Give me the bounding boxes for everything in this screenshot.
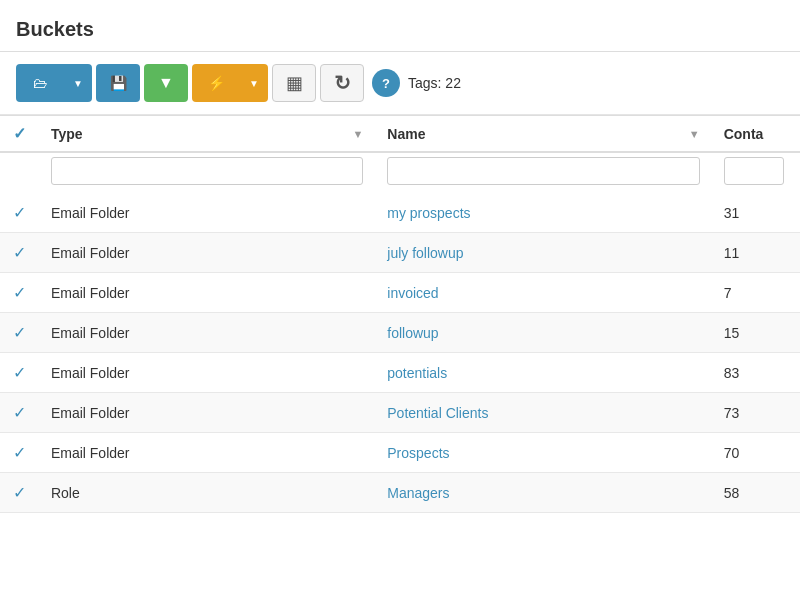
bucket-name-link[interactable]: july followup [387,245,463,261]
filter-row [0,152,800,193]
type-sort-icon[interactable]: ▼ [352,128,363,140]
folder-button[interactable]: 🗁 [16,64,64,102]
check-icon: ✓ [13,364,26,381]
bucket-name-link[interactable]: Managers [387,485,449,501]
row-type: Role [39,473,375,513]
buckets-table: ✓ Type ▼ Name ▼ Conta [0,115,800,513]
action-dropdown-button[interactable]: ▼ [240,64,268,102]
filter-type-cell [39,152,375,193]
col-type: Type ▼ [39,116,375,153]
row-name: Managers [375,473,711,513]
row-check: ✓ [0,473,39,513]
action-caret-icon: ▼ [249,78,259,89]
buckets-table-container: ✓ Type ▼ Name ▼ Conta [0,115,800,513]
caret-down-icon: ▼ [73,78,83,89]
row-contacts: 70 [712,433,800,473]
bucket-name-link[interactable]: followup [387,325,438,341]
bucket-name-link[interactable]: potentials [387,365,447,381]
row-type: Email Folder [39,273,375,313]
table-row: ✓Email Folderinvoiced7 [0,273,800,313]
row-type: Email Folder [39,233,375,273]
page-header: Buckets [0,0,800,52]
table-row: ✓Email Folderfollowup15 [0,313,800,353]
action-button-group: ⚡ ▼ [192,64,268,102]
row-name: potentials [375,353,711,393]
folder-button-group: 🗁 ▼ [16,64,92,102]
check-icon: ✓ [13,244,26,261]
name-filter-input[interactable] [387,157,699,185]
contacts-filter-input[interactable] [724,157,784,185]
type-col-label: Type [51,126,83,142]
row-type: Email Folder [39,353,375,393]
row-type: Email Folder [39,313,375,353]
row-contacts: 11 [712,233,800,273]
row-check: ✓ [0,433,39,473]
name-sort-icon[interactable]: ▼ [689,128,700,140]
row-name: followup [375,313,711,353]
row-contacts: 31 [712,193,800,233]
help-icon: ? [382,76,390,91]
check-header-icon: ✓ [13,125,26,142]
row-name: my prospects [375,193,711,233]
row-check: ✓ [0,193,39,233]
row-type: Email Folder [39,393,375,433]
check-icon: ✓ [13,404,26,421]
row-contacts: 58 [712,473,800,513]
row-type: Email Folder [39,433,375,473]
check-icon: ✓ [13,444,26,461]
col-contacts: Conta [712,116,800,153]
row-name: Prospects [375,433,711,473]
filter-icon: ▼ [158,74,174,92]
type-filter-input[interactable] [51,157,363,185]
folder-dropdown-button[interactable]: ▼ [64,64,92,102]
contacts-col-label: Conta [724,126,764,142]
table-row: ✓Email FolderProspects70 [0,433,800,473]
check-icon: ✓ [13,284,26,301]
action-button[interactable]: ⚡ [192,64,240,102]
table-row: ✓Email Folderpotentials83 [0,353,800,393]
col-check: ✓ [0,116,39,153]
check-icon: ✓ [13,484,26,501]
check-icon: ✓ [13,324,26,341]
bucket-name-link[interactable]: my prospects [387,205,470,221]
check-icon: ✓ [13,204,26,221]
bucket-name-link[interactable]: Potential Clients [387,405,488,421]
filter-contacts-cell [712,152,800,193]
panel-icon: ▦ [286,72,303,94]
table-row: ✓Email Foldermy prospects31 [0,193,800,233]
help-button[interactable]: ? [372,69,400,97]
folder-icon: 🗁 [33,75,47,91]
row-name: july followup [375,233,711,273]
row-name: invoiced [375,273,711,313]
row-check: ✓ [0,393,39,433]
refresh-icon: ↻ [334,71,351,95]
row-contacts: 83 [712,353,800,393]
refresh-button[interactable]: ↻ [320,64,364,102]
bolt-icon: ⚡ [208,75,225,91]
table-body: ✓Email Foldermy prospects31✓Email Folder… [0,193,800,513]
bucket-name-link[interactable]: invoiced [387,285,438,301]
save-button[interactable]: 💾 [96,64,140,102]
name-col-label: Name [387,126,425,142]
row-check: ✓ [0,313,39,353]
bucket-name-link[interactable]: Prospects [387,445,449,461]
save-icon: 💾 [110,75,127,91]
toolbar: 🗁 ▼ 💾 ▼ ⚡ ▼ ▦ ↻ ? Tags: 22 [0,52,800,115]
row-name: Potential Clients [375,393,711,433]
col-name: Name ▼ [375,116,711,153]
filter-check-cell [0,152,39,193]
tags-count: Tags: 22 [408,75,461,91]
row-contacts: 15 [712,313,800,353]
table-row: ✓Email FolderPotential Clients73 [0,393,800,433]
page-title: Buckets [16,18,784,41]
table-row: ✓RoleManagers58 [0,473,800,513]
row-check: ✓ [0,273,39,313]
row-contacts: 7 [712,273,800,313]
table-header-row: ✓ Type ▼ Name ▼ Conta [0,116,800,153]
filter-button[interactable]: ▼ [144,64,188,102]
row-type: Email Folder [39,193,375,233]
panel-toggle-button[interactable]: ▦ [272,64,316,102]
filter-name-cell [375,152,711,193]
row-check: ✓ [0,233,39,273]
row-contacts: 73 [712,393,800,433]
